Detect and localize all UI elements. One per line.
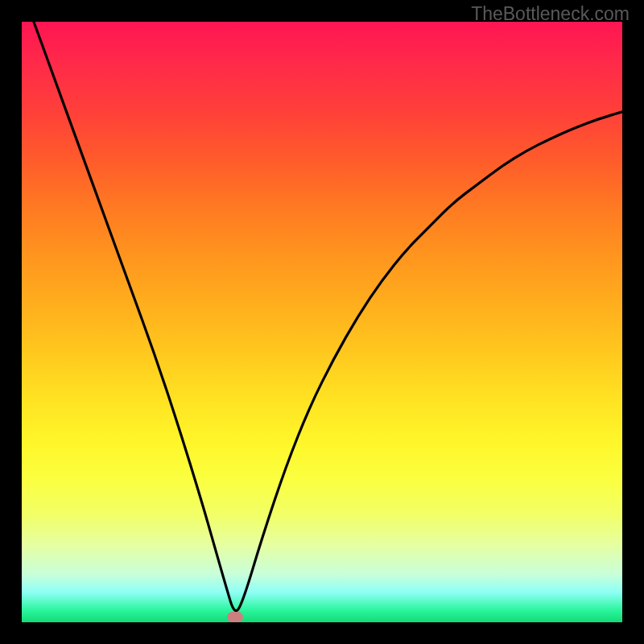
plot-area [22, 22, 622, 622]
watermark-text: TheBottleneck.com [471, 3, 630, 25]
curve-layer [22, 22, 622, 622]
optimal-marker [227, 612, 243, 622]
chart-stage: TheBottleneck.com [0, 0, 644, 644]
bottleneck-curve [34, 22, 622, 611]
